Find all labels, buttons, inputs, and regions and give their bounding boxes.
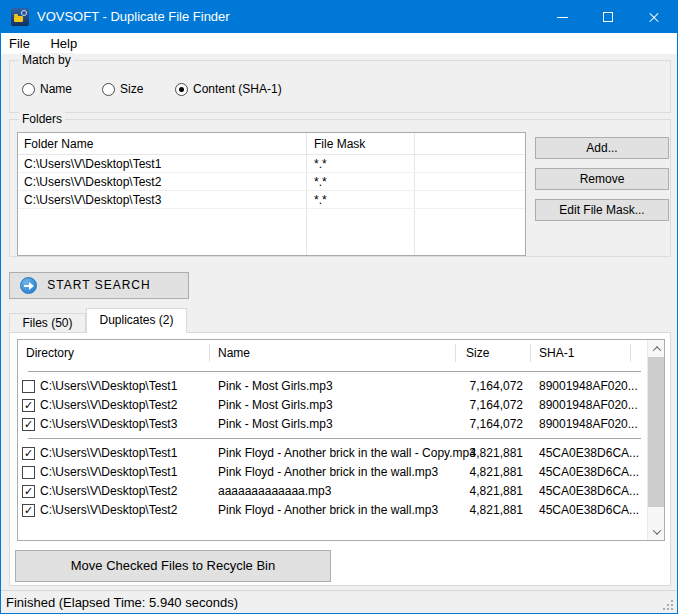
start-search-label: START SEARCH bbox=[10, 273, 188, 298]
radio-option-content-sha-1-[interactable]: Content (SHA-1) bbox=[175, 81, 282, 97]
sha1-column-header[interactable]: SHA-1 bbox=[539, 340, 574, 367]
radio-option-name[interactable]: Name bbox=[22, 81, 72, 97]
row-checkbox[interactable] bbox=[22, 380, 35, 393]
add-button[interactable]: Add... bbox=[535, 137, 669, 159]
directory-cell: C:\Users\V\Desktop\Test2 bbox=[40, 396, 177, 415]
group-separator bbox=[28, 438, 641, 439]
folder-name-cell: C:\Users\V\Desktop\Test3 bbox=[24, 191, 161, 209]
row-checkbox[interactable] bbox=[22, 466, 35, 479]
size-cell: 7,164,072 bbox=[438, 396, 523, 415]
name-cell: Pink Floyd - Another brick in the wall.m… bbox=[218, 501, 438, 520]
sha1-cell: 89001948AF020... bbox=[539, 415, 638, 434]
column-divider bbox=[630, 344, 631, 362]
chevron-down-icon bbox=[652, 526, 660, 534]
minimize-icon bbox=[557, 17, 568, 18]
start-search-button[interactable]: START SEARCH bbox=[9, 272, 189, 299]
duplicate-row[interactable]: C:\Users\V\Desktop\Test3Pink - Most Girl… bbox=[18, 415, 647, 434]
folder-name-cell: C:\Users\V\Desktop\Test2 bbox=[24, 173, 161, 191]
scrollbar-thumb[interactable] bbox=[648, 357, 665, 507]
menu-help[interactable]: Help bbox=[42, 33, 85, 54]
folders-table: Folder Name File Mask C:\Users\V\Desktop… bbox=[17, 132, 526, 256]
file-mask-cell: *.* bbox=[314, 173, 327, 191]
column-divider bbox=[530, 344, 531, 362]
radio-circle-icon bbox=[22, 83, 35, 96]
resize-grip[interactable] bbox=[671, 608, 673, 610]
radio-circle-icon bbox=[102, 83, 115, 96]
size-cell: 4,821,881 bbox=[438, 444, 523, 463]
directory-cell: C:\Users\V\Desktop\Test2 bbox=[40, 501, 177, 520]
duplicate-row[interactable]: C:\Users\V\Desktop\Test2aaaaaaaaaaaaa.mp… bbox=[18, 482, 647, 501]
name-cell: aaaaaaaaaaaaa.mp3 bbox=[218, 482, 331, 501]
folder-row[interactable]: C:\Users\V\Desktop\Test3*.* bbox=[18, 191, 525, 209]
scroll-up-button[interactable] bbox=[648, 340, 665, 357]
duplicate-row[interactable]: C:\Users\V\Desktop\Test1Pink - Most Girl… bbox=[18, 377, 647, 396]
size-cell: 4,821,881 bbox=[438, 463, 523, 482]
directory-cell: C:\Users\V\Desktop\Test1 bbox=[40, 377, 177, 396]
directory-cell: C:\Users\V\Desktop\Test2 bbox=[40, 482, 177, 501]
directory-cell: C:\Users\V\Desktop\Test1 bbox=[40, 444, 177, 463]
folder-row[interactable]: C:\Users\V\Desktop\Test1*.* bbox=[18, 155, 525, 173]
file-mask-column-header[interactable]: File Mask bbox=[314, 133, 365, 155]
folder-icon bbox=[14, 16, 23, 22]
folders-table-header: Folder Name File Mask bbox=[18, 133, 525, 155]
tab-duplicates[interactable]: Duplicates (2) bbox=[86, 308, 187, 333]
row-checkbox[interactable] bbox=[22, 447, 35, 460]
row-checkbox[interactable] bbox=[22, 504, 35, 517]
column-divider bbox=[209, 344, 210, 362]
name-column-header[interactable]: Name bbox=[218, 340, 250, 367]
vertical-scrollbar[interactable] bbox=[647, 340, 664, 540]
duplicate-row[interactable]: C:\Users\V\Desktop\Test1Pink Floyd - Ano… bbox=[18, 463, 647, 482]
radio-option-size[interactable]: Size bbox=[102, 81, 143, 97]
maximize-icon bbox=[603, 12, 613, 22]
menu-bar: File Help bbox=[1, 33, 677, 54]
duplicate-row[interactable]: C:\Users\V\Desktop\Test1Pink Floyd - Ano… bbox=[18, 444, 647, 463]
duplicates-table-body: C:\Users\V\Desktop\Test1Pink - Most Girl… bbox=[18, 367, 647, 520]
folder-name-column-header[interactable]: Folder Name bbox=[24, 133, 93, 155]
name-cell: Pink Floyd - Another brick in the wall.m… bbox=[218, 463, 438, 482]
title-bar[interactable]: VOVSOFT - Duplicate File Finder bbox=[1, 1, 677, 33]
name-cell: Pink - Most Girls.mp3 bbox=[218, 415, 333, 434]
magnifier-icon bbox=[21, 10, 27, 16]
sha1-cell: 45CA0E38D6CA... bbox=[539, 482, 639, 501]
window-title: VOVSOFT - Duplicate File Finder bbox=[37, 1, 230, 33]
edit-file-mask-button[interactable]: Edit File Mask... bbox=[535, 199, 669, 221]
size-column-header[interactable]: Size bbox=[466, 340, 489, 367]
column-divider bbox=[455, 344, 456, 362]
chevron-up-icon bbox=[652, 346, 660, 354]
app-icon[interactable] bbox=[11, 8, 29, 26]
duplicates-table: Directory Name Size SHA-1 C:\Users\V\Des… bbox=[17, 339, 665, 541]
scroll-down-button[interactable] bbox=[648, 523, 665, 540]
remove-button[interactable]: Remove bbox=[535, 168, 669, 190]
match-by-groupbox: Match by NameSizeContent (SHA-1) bbox=[9, 60, 671, 113]
duplicate-row[interactable]: C:\Users\V\Desktop\Test2Pink - Most Girl… bbox=[18, 396, 647, 415]
tab-files[interactable]: Files (50) bbox=[9, 313, 86, 334]
sha1-cell: 45CA0E38D6CA... bbox=[539, 463, 639, 482]
group-separator bbox=[28, 371, 641, 372]
close-icon bbox=[648, 11, 660, 23]
maximize-button[interactable] bbox=[585, 1, 631, 33]
directory-column-header[interactable]: Directory bbox=[26, 340, 74, 367]
radio-circle-icon bbox=[175, 83, 188, 96]
folders-legend: Folders bbox=[19, 112, 65, 126]
radio-label: Size bbox=[120, 82, 143, 96]
folder-row[interactable]: C:\Users\V\Desktop\Test2*.* bbox=[18, 173, 525, 191]
size-cell: 4,821,881 bbox=[438, 482, 523, 501]
name-cell: Pink - Most Girls.mp3 bbox=[218, 396, 333, 415]
move-to-recycle-bin-button[interactable]: Move Checked Files to Recycle Bin bbox=[15, 550, 331, 582]
directory-cell: C:\Users\V\Desktop\Test3 bbox=[40, 415, 177, 434]
radio-label: Content (SHA-1) bbox=[193, 82, 282, 96]
close-button[interactable] bbox=[631, 1, 677, 33]
name-cell: Pink - Most Girls.mp3 bbox=[218, 377, 333, 396]
duplicates-table-header: Directory Name Size SHA-1 bbox=[18, 340, 664, 367]
menu-file[interactable]: File bbox=[1, 33, 38, 54]
directory-cell: C:\Users\V\Desktop\Test1 bbox=[40, 463, 177, 482]
row-checkbox[interactable] bbox=[22, 485, 35, 498]
row-checkbox[interactable] bbox=[22, 399, 35, 412]
minimize-button[interactable] bbox=[539, 1, 585, 33]
size-cell: 7,164,072 bbox=[438, 415, 523, 434]
duplicate-row[interactable]: C:\Users\V\Desktop\Test2Pink Floyd - Ano… bbox=[18, 501, 647, 520]
row-checkbox[interactable] bbox=[22, 418, 35, 431]
size-cell: 4,821,881 bbox=[438, 501, 523, 520]
status-bar: Finished (Elapsed Time: 5.940 seconds) bbox=[1, 590, 677, 614]
sha1-cell: 45CA0E38D6CA... bbox=[539, 501, 639, 520]
